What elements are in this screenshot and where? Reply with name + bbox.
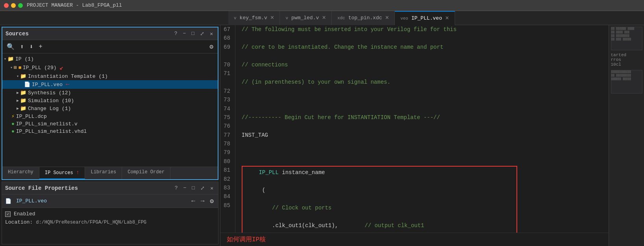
tab-icon-key-fsm: v	[234, 16, 237, 20]
file-icon-sim-vhdl: ●	[11, 129, 15, 134]
sources-tab-strip: Hierarchy IP Sources ↑ Libraries Compile…	[2, 167, 218, 179]
folder-icon-inst-template: 📁	[20, 73, 26, 79]
tab-icon-pwm-led: v	[285, 16, 288, 20]
tree-item-ip-pll[interactable]: ▾ ⊞ ■ IP_PLL (29) ↙	[2, 63, 218, 72]
ip-type-icon: ■	[19, 65, 22, 71]
strip-tab-hierarchy[interactable]: Hierarchy	[2, 167, 39, 179]
tree-item-dcp[interactable]: ⚡ IP_PLL.dcp	[2, 112, 218, 120]
tree-item-synthesis[interactable]: ▶ 📁 Synthesis (12)	[2, 89, 218, 97]
tree-arrow-ip-pll: ▾	[10, 65, 13, 70]
search-icon[interactable]: 🔍	[6, 42, 16, 51]
strip-tab-ip-sources[interactable]: IP Sources ↑	[39, 167, 85, 179]
collapse-all-icon[interactable]: ⬆	[19, 42, 25, 51]
sources-panel: Sources ? − □ ⤢ ✕ 🔍 ⬆ ⬇ + ⚙	[2, 27, 218, 180]
tab-label-key-fsm: key_fsm.v	[240, 15, 267, 21]
sources-minimize-btn[interactable]: −	[181, 30, 188, 37]
editor-area: 67 68 69 70 71 72 73 74 75 76 77 78 79 8…	[220, 25, 609, 246]
window-controls[interactable]	[4, 3, 23, 8]
tab-label-pwm-led: pwm_led.v	[291, 15, 319, 21]
tab-close-ip-pll-veo[interactable]: ×	[445, 15, 449, 22]
close-button[interactable]	[4, 3, 9, 8]
tree-arrow-changelog: ▶	[17, 106, 19, 111]
tab-close-key-fsm[interactable]: ×	[270, 15, 274, 21]
sources-help-btn[interactable]: ?	[173, 30, 179, 37]
props-filename: IP_PLL.veo	[16, 198, 187, 204]
props-help-btn[interactable]: ?	[173, 184, 180, 192]
props-resize-btn[interactable]: ⤢	[199, 184, 206, 192]
properties-content: ✓ Enabled Location: d:/HQN/PreResearch/F…	[2, 208, 218, 244]
tree-item-ip[interactable]: ▾ 📁 IP (1)	[2, 55, 218, 63]
tree-label-ip: IP (1)	[15, 56, 34, 62]
tab-icon-ip-pll-veo: veo	[400, 16, 408, 21]
tree-item-changelog[interactable]: ▶ 📁 Change Log (1)	[2, 105, 218, 112]
add-source-icon[interactable]: +	[37, 42, 44, 51]
code-container[interactable]: 67 68 69 70 71 72 73 74 75 76 77 78 79 8…	[220, 25, 609, 233]
sources-header: Sources ? − □ ⤢ ✕	[2, 28, 218, 40]
tab-key-fsm[interactable]: v key_fsm.v ×	[228, 11, 280, 25]
tree-arrow-ip: ▾	[4, 57, 6, 61]
ip-block-icon: ⊞	[14, 64, 17, 71]
left-panel: Sources ? − □ ⤢ ✕ 🔍 ⬆ ⬇ + ⚙	[0, 25, 220, 246]
sources-title: Sources	[6, 31, 29, 37]
tab-pwm-led[interactable]: v pwm_led.v ×	[280, 11, 331, 25]
props-forward-btn[interactable]: →	[200, 197, 206, 206]
line-numbers: 67 68 69 70 71 72 73 74 75 76 77 78 79 8…	[220, 25, 235, 233]
thumb-block-1: ██ ██████ ████ ██ ████ ███ ██ ████████ █…	[611, 27, 642, 50]
tree-item-sim-netlist-vhdl[interactable]: ● IP_PLL_sim_netlist.vhdl	[2, 128, 218, 135]
props-file-icon: 📄	[5, 198, 11, 204]
props-restore-btn[interactable]: □	[190, 184, 196, 192]
tree-label-changelog: Change Log (1)	[28, 106, 71, 112]
location-value: d:/HQN/PreResearch/FPGA/PL_HQN/Lab8_FPG	[36, 220, 146, 225]
sources-resize-btn[interactable]: ⤢	[198, 30, 206, 38]
enabled-label: Enabled	[14, 211, 35, 217]
tree-label-inst-template: Instantiation Template (1)	[28, 73, 108, 79]
bottom-annotation: 如何调用IP核	[220, 233, 609, 246]
tab-icon-top-pin: xdc	[337, 16, 345, 20]
tab-close-top-pin[interactable]: ×	[385, 15, 389, 21]
sources-restore-btn[interactable]: □	[190, 30, 196, 37]
sources-toolbar: 🔍 ⬆ ⬇ + ⚙	[2, 40, 218, 53]
tree-arrow-simulation: ▶	[17, 98, 19, 103]
tree-arrow-inst-template: ▾	[17, 74, 19, 79]
tree-label-sim-netlist-v: IP_PLL_sim_netlist.v	[16, 121, 78, 127]
strip-tab-compile-order[interactable]: Compile Order	[122, 167, 170, 179]
main-area: Sources ? − □ ⤢ ✕ 🔍 ⬆ ⬇ + ⚙	[0, 25, 644, 246]
sources-gear-icon[interactable]: ⚙	[208, 42, 215, 51]
tab-ip-pll-veo[interactable]: veo IP_PLL.veo ×	[395, 11, 455, 25]
tree-label-simulation: Simulation (10)	[28, 98, 74, 104]
tree-arrow-synthesis: ▶	[17, 90, 19, 95]
props-back-btn[interactable]: ←	[190, 197, 196, 206]
file-icon-dcp: ⚡	[11, 113, 15, 119]
red-arrow-veo: ←	[66, 81, 70, 88]
red-arrow-ip-pll: ↙	[60, 64, 64, 72]
props-gear-btn[interactable]: ⚙	[209, 196, 215, 206]
expand-all-icon[interactable]: ⬇	[28, 42, 35, 51]
tree-item-ip-pll-veo[interactable]: 📄 IP_PLL.veo ←	[2, 80, 218, 89]
right-thumbnail-panel: ██ ██████ ████ ██ ████ ███ ██ ████████ █…	[609, 25, 644, 246]
properties-title: Source File Properties	[5, 185, 78, 191]
tree-label-ip-pll-veo: IP_PLL.veo	[32, 82, 63, 88]
thumb-text-1: ██ ██████ ████ ██ ████ ███ ██ ████████ █…	[611, 27, 643, 41]
enabled-checkbox[interactable]: ✓	[5, 211, 11, 217]
tree-item-simulation[interactable]: ▶ 📁 Simulation (10)	[2, 97, 218, 105]
enabled-row: ✓ Enabled	[5, 211, 215, 217]
strip-tab-libraries[interactable]: Libraries	[85, 167, 122, 179]
tree-item-inst-template[interactable]: ▾ 📁 Instantiation Template (1)	[2, 72, 218, 80]
maximize-button[interactable]	[18, 3, 23, 8]
file-icon-sim-v: ●	[11, 121, 15, 127]
sources-close-btn[interactable]: ✕	[208, 30, 215, 38]
thumb-block-2: ████████████ ██ █████████ ██████ █████	[611, 70, 642, 94]
thumb-text-2: ████████████ ██ █████████ ██████ █████	[611, 70, 643, 81]
tab-top-pin[interactable]: xdc top_pin.xdc ×	[332, 11, 395, 25]
folder-icon-ip: 📁	[7, 56, 14, 62]
location-label: Location:	[5, 219, 33, 225]
tab-close-pwm-led[interactable]: ×	[322, 15, 326, 21]
props-minimize-btn[interactable]: −	[182, 184, 188, 192]
sources-tree[interactable]: ▾ 📁 IP (1) ▾ ⊞ ■ IP_PLL (29) ↙ ▾	[2, 53, 218, 167]
properties-panel: Source File Properties ? − □ ⤢ ✕ 📄 IP_PL…	[2, 182, 218, 244]
props-close-btn[interactable]: ✕	[209, 184, 215, 192]
tree-item-sim-netlist-v[interactable]: ● IP_PLL_sim_netlist.v	[2, 120, 218, 128]
tree-label-sim-netlist-vhdl: IP_PLL_sim_netlist.vhdl	[16, 129, 87, 134]
minimize-button[interactable]	[11, 3, 16, 8]
red-arrow-ip-sources: ↑	[76, 169, 79, 176]
